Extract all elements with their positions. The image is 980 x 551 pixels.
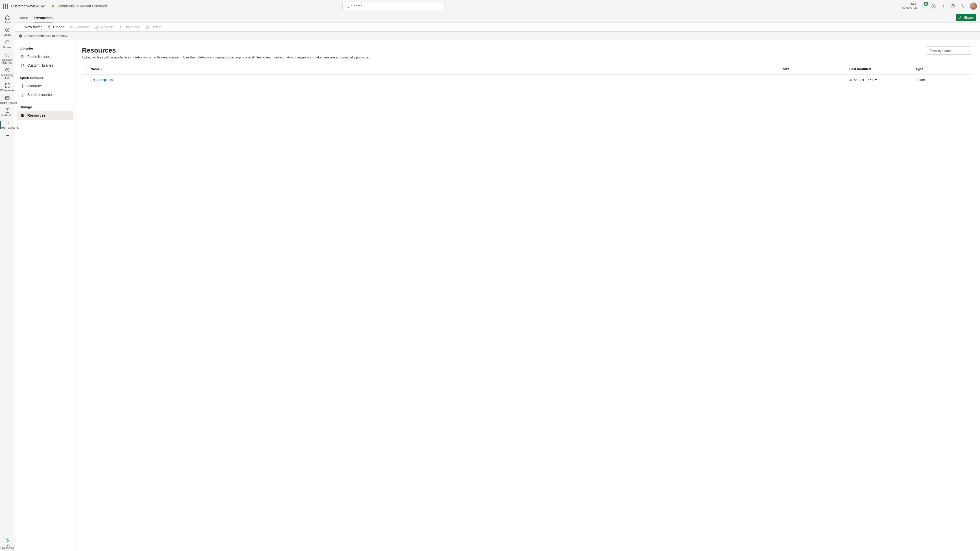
trash-icon [145,25,150,29]
download-button: Download [118,25,140,29]
filter-input-wrapper[interactable] [926,46,972,55]
download-icon [118,25,123,29]
sidebar-item-custom-libraries[interactable]: Custom libraries [17,61,73,70]
rail-onelake[interactable]: OneLake data hub [0,51,14,65]
tab-home[interactable]: Home [19,16,28,22]
rail-environment[interactable]: CustomerReviewEnv [0,119,14,131]
sidebar-item-resources[interactable]: Resources [17,111,73,120]
rail-notebook[interactable]: Notebook 1 [0,106,14,118]
tool-label: New folder [25,25,42,29]
properties-icon [20,92,25,97]
settings-sidebar: Libraries Public libraries Custom librar… [14,40,76,551]
rail-label: Monitoring hub [0,74,14,79]
sort-arrow-icon: ↑ [100,68,102,71]
rename-icon [70,25,74,29]
move-icon [94,25,99,29]
page-tabs: Home Resources Share [14,12,980,22]
row-size: - [783,78,849,82]
sidebar-group-spark: Spark compute [17,74,73,82]
resources-table: Name↑ Size Last modified Type SampleData [82,64,972,85]
row-checkbox[interactable] [84,78,88,82]
rail-label: CustomerReviewEnv [0,127,19,129]
browse-icon [5,40,10,45]
preview-infobar: Environments are in preview. [14,32,980,40]
plus-circle-icon [5,27,10,32]
svg-rect-8 [8,84,9,85]
sensitivity-label: Confidential\Microsoft Extended [57,4,107,8]
global-search[interactable] [342,2,444,10]
rename-button: Rename [70,25,89,29]
rail-label: Home [4,21,11,24]
sensitivity-dropdown[interactable]: Confidential\Microsoft Extended [51,4,112,8]
app-launcher[interactable] [3,3,8,9]
row-modified: 3/15/2024 1:46 PM [849,78,916,82]
feedback-icon [960,4,965,8]
resources-icon [20,113,25,118]
col-type[interactable]: Type [916,67,972,71]
rail-persona-switcher[interactable]: Data Engineering [0,536,14,551]
workspace-icon [5,95,10,100]
library-icon [20,63,25,68]
new-folder-button[interactable]: New folder [19,25,42,29]
sidebar-item-public-libraries[interactable]: Public libraries [17,52,73,61]
col-modified[interactable]: Last modified [849,67,916,71]
notification-badge: 55 [924,2,928,6]
sidebar-item-label: Spark properties [27,93,54,97]
upload-icon [47,25,52,29]
filter-input[interactable] [930,49,973,52]
shield-icon [51,4,55,8]
user-avatar[interactable] [970,3,977,10]
monitor-icon [5,68,10,73]
plus-icon [19,25,23,29]
upload-button[interactable]: Upload [47,25,64,29]
notifications-button[interactable]: 55 [921,3,926,9]
table-row[interactable]: SampleData - 3/15/2024 1:46 PM Folder [82,75,972,85]
rail-more[interactable] [0,132,14,141]
svg-rect-16 [70,26,73,28]
infobar-message: Environments are in preview. [25,34,68,38]
svg-point-15 [8,135,9,136]
help-button[interactable] [950,3,956,9]
sidebar-item-spark-properties[interactable]: Spark properties [17,91,73,99]
sidebar-item-label: Custom libraries [27,63,53,67]
close-icon [972,34,976,37]
help-icon [951,4,955,8]
share-button[interactable]: Share [956,14,976,21]
svg-rect-4 [6,41,9,44]
settings-button[interactable] [931,3,936,9]
download-button[interactable] [941,3,946,9]
row-name-link[interactable]: SampleData [97,78,116,82]
share-label: Share [964,16,973,19]
rail-workspaces[interactable]: Workspaces [0,81,14,94]
download-icon [941,4,945,8]
rail-browse[interactable]: Browse [0,38,14,50]
tool-label: Delete [151,25,162,29]
col-size[interactable]: Size [783,67,849,71]
svg-rect-10 [8,86,9,87]
feedback-button[interactable] [960,3,965,9]
svg-rect-9 [5,86,7,87]
svg-point-1 [933,6,934,7]
col-name[interactable]: Name↑ [91,67,783,71]
rail-label: Browse [3,46,11,49]
more-icon [5,133,10,138]
info-icon [19,34,23,38]
search-input[interactable] [351,4,442,8]
sidebar-item-compute[interactable]: Compute [17,82,73,91]
home-icon [5,15,10,20]
page-title: Resources [82,46,371,54]
rail-workspace-shuaijun[interactable]: Shuaijun_FabCon [0,94,14,106]
onelake-icon [5,52,10,57]
rail-create[interactable]: Create [0,26,14,38]
rail-label: Notebook 1 [1,114,14,117]
rail-monitoring[interactable]: Monitoring hub [0,66,14,81]
gear-icon [931,4,936,8]
svg-point-13 [6,135,6,136]
table-header: Name↑ Size Last modified Type [82,64,972,75]
rail-home[interactable]: Home [0,13,14,25]
divider [48,3,48,9]
tab-resources[interactable]: Resources [34,16,52,22]
infobar-close[interactable] [972,34,976,38]
svg-rect-12 [6,109,9,113]
select-all-checkbox[interactable] [84,67,88,71]
